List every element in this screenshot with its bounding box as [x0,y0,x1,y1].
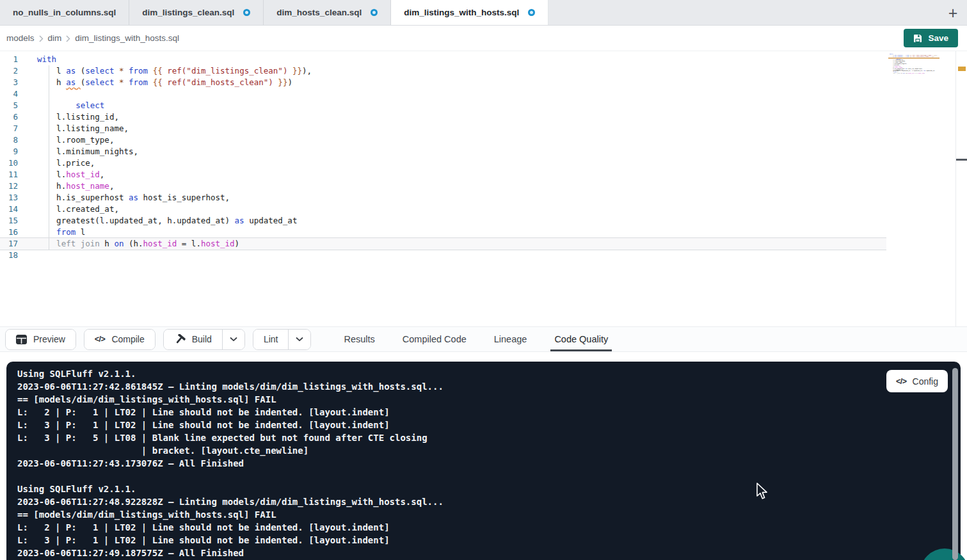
code-token: select [85,66,114,76]
panel-tab-code-quality[interactable]: Code Quality [550,327,612,351]
file-tab[interactable]: dim_hosts_clean.sql [264,0,391,25]
build-button[interactable]: Build [164,330,222,349]
code-line[interactable]: 16 from l [0,227,886,238]
code-token: {{ [153,77,168,87]
code-line[interactable]: 13 h.is_superhost as host_is_superhost, [0,192,886,204]
build-dropdown-button[interactable] [222,330,244,349]
code-line[interactable]: 14 l.created_at, [0,204,886,215]
lint-button[interactable]: Lint [253,330,289,349]
code-text: select [37,100,104,111]
code-text: l as (select * from {{ ref("dim_listings… [37,65,312,77]
breadcrumb-item[interactable]: dim_listings_with_hosts.sql [75,33,179,43]
code-line[interactable]: 17 left join h on (h.host_id = l.host_id… [0,238,886,250]
file-tab-bar: no_nulls_in_columns.sqldim_listings_clea… [0,0,967,26]
save-button[interactable]: Save [904,29,958,47]
line-number: 11 [0,169,18,180]
code-line[interactable]: 11 l.host_id, [0,169,886,180]
panel-tab-lineage[interactable]: Lineage [490,327,531,351]
code-token [76,77,81,87]
code-token [37,239,56,248]
terminal-output: Using SQLFluff v2.1.1. 2023-06-06T11:27:… [17,367,444,559]
compile-button-group: </>Compile [84,329,156,350]
file-tabs: no_nulls_in_columns.sqldim_listings_clea… [0,0,548,25]
panel-tab-compiled-code[interactable]: Compiled Code [399,327,470,351]
code-text: l.minimum_nights, [37,146,138,157]
dbt-cloud-ide: no_nulls_in_columns.sqldim_listings_clea… [0,0,967,560]
code-token: as [235,216,244,225]
line-number: 3 [0,77,18,88]
unsaved-changes-dot-icon [371,9,378,16]
line-number: 14 [0,204,18,215]
breadcrumb: modelsdimdim_listings_with_hosts.sql [6,33,179,43]
line-number: 8 [0,134,18,146]
minimap-line [890,74,938,76]
code-token: host_id [66,170,100,179]
code-line[interactable]: 2 l as (select * from {{ ref("dim_listin… [0,65,886,77]
code-token: ) [924,73,925,74]
code-token: left join [56,239,100,248]
code-token: host_id [201,239,235,248]
preview-button[interactable]: Preview [6,330,76,349]
code-token [148,66,153,76]
file-tab[interactable]: dim_listings_with_hosts.sql [391,0,548,25]
breadcrumb-item[interactable]: dim [48,33,62,43]
terminal-panel[interactable]: Using SQLFluff v2.1.1. 2023-06-06T11:27:… [6,362,961,560]
code-line[interactable]: 12 h.host_name, [0,180,886,192]
build-label: Build [192,334,212,344]
config-button[interactable]: </> Config [886,370,948,392]
code-lines: 1with2 l as (select * from {{ ref("dim_l… [0,54,886,261]
compile-button[interactable]: </>Compile [84,330,155,349]
code-token [148,77,153,87]
line-number: 7 [0,123,18,134]
code-token: l.minimum_nights, [37,147,138,156]
code-token: ( [76,66,85,76]
code-line[interactable]: 3 h as (select * from {{ ref("dim_hosts_… [0,77,886,88]
scroll-position-marker [956,159,967,161]
terminal-scrollbar[interactable] [952,368,958,560]
code-text: l.listing_name, [37,123,129,134]
code-token: select [76,100,104,110]
code-token: host_id [143,239,177,248]
code-line[interactable]: 5 select [0,100,886,111]
code-token [124,66,129,76]
code-text: l.listing_id, [37,111,119,123]
code-line[interactable]: 4 [0,88,886,100]
panel-tab-results[interactable]: Results [340,327,378,351]
code-line[interactable]: 7 l.listing_name, [0,123,886,134]
code-token: as [66,66,76,76]
code-token: (h. [124,239,143,248]
code-line[interactable]: 1with [0,54,886,65]
code-text: from l [37,227,85,238]
file-tab[interactable]: no_nulls_in_columns.sql [0,0,129,25]
code-token: updated_at [925,70,934,72]
code-token: * [119,77,124,87]
action-buttons: Preview</>CompileBuildLint [5,329,311,350]
chevron-right-icon [39,35,44,42]
line-number: 15 [0,215,18,227]
code-line[interactable]: 15 greatest(l.updated_at, h.updated_at) … [0,215,886,227]
code-token: ), [302,66,312,76]
code-line[interactable]: 18 [0,250,886,261]
line-number: 16 [0,227,18,238]
action-toolbar: Preview</>CompileBuildLint ResultsCompil… [0,326,967,352]
code-token: ref( [167,77,186,87]
code-token [124,77,129,87]
code-icon: </> [896,377,907,386]
code-line[interactable]: 9 l.minimum_nights, [0,146,886,157]
code-token: "dim_hosts_clean" [186,77,268,87]
code-token [37,100,76,110]
new-tab-button[interactable]: + [944,4,962,22]
breadcrumb-item[interactable]: models [6,33,35,43]
code-token: ) [287,77,292,87]
overview-ruler[interactable] [955,51,967,326]
code-line[interactable]: 8 l.room_type, [0,134,886,146]
code-editor[interactable]: 1with2 l as (select * from {{ ref("dim_l… [0,51,967,326]
unsaved-changes-dot-icon [528,9,535,16]
code-token: as [129,193,138,202]
code-line[interactable]: 10 l.price, [0,157,886,169]
file-tab[interactable]: dim_listings_clean.sql [129,0,264,25]
code-line[interactable]: 6 l.listing_id, [0,111,886,123]
chevron-right-icon [66,35,70,42]
code-token: updated_at [244,216,298,225]
lint-dropdown-button[interactable] [288,330,310,349]
